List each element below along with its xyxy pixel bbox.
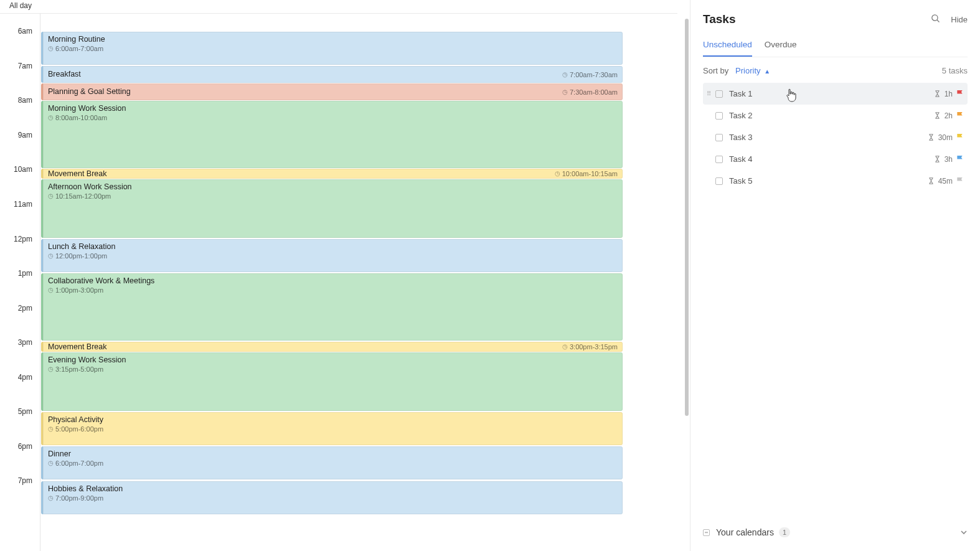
task-checkbox[interactable] xyxy=(715,112,723,120)
event-title: Evening Work Session xyxy=(48,355,618,365)
event-time: 5:00pm-6:00pm xyxy=(48,425,618,433)
calendar-event-hobbies[interactable]: Hobbies & Relaxation 7:00pm-9:00pm xyxy=(41,481,623,514)
time-tick: 4pm xyxy=(0,373,40,382)
all-day-row[interactable]: All day xyxy=(0,0,677,14)
calendar-event-dinner[interactable]: Dinner 6:00pm-7:00pm xyxy=(41,446,623,479)
priority-flag-icon xyxy=(956,155,964,163)
caret-up-icon: ▲ xyxy=(764,68,770,75)
time-tick: 2pm xyxy=(0,304,40,313)
task-duration: 30m xyxy=(938,133,953,142)
event-time: 7:30am-8:00am xyxy=(562,88,618,97)
time-tick: 12pm xyxy=(0,235,40,243)
task-name: Task 5 xyxy=(729,176,928,186)
calendar-event-movement-break-pm[interactable]: Movement Break 3:00pm-3:15pm xyxy=(41,342,623,352)
time-tick: 1pm xyxy=(0,269,40,278)
event-title: Movement Break xyxy=(48,170,106,178)
task-row[interactable]: ⠿ Task 5 45m xyxy=(703,170,968,192)
task-count: 5 tasks xyxy=(942,66,968,75)
task-checkbox[interactable] xyxy=(715,156,723,163)
calendar-event-morning-work[interactable]: Morning Work Session 8:00am-10:00am xyxy=(41,101,623,168)
task-checkbox[interactable] xyxy=(715,177,723,185)
calendar-group-count: 1 xyxy=(779,527,790,537)
time-tick: 6pm xyxy=(0,442,40,451)
event-time: 6:00pm-7:00pm xyxy=(48,459,618,468)
drag-handle-icon[interactable]: ⠿ xyxy=(707,90,713,97)
hourglass-icon xyxy=(934,112,941,119)
tab-overdue[interactable]: Overdue xyxy=(765,40,797,57)
event-time: 12:00pm-1:00pm xyxy=(48,252,618,260)
calendar-event-movement-break-am[interactable]: Movement Break 10:00am-10:15am xyxy=(41,169,623,179)
calendar-event-morning-routine[interactable]: Morning Routine 6:00am-7:00am xyxy=(41,32,623,65)
event-title: Morning Routine xyxy=(48,34,618,44)
event-title: Dinner xyxy=(48,449,618,459)
event-title: Hobbies & Relaxation xyxy=(48,484,618,494)
tasks-tabs: Unscheduled Overdue xyxy=(703,40,968,57)
sort-field: Priority xyxy=(735,66,760,75)
event-time: 10:00am-10:15am xyxy=(555,169,618,178)
time-tick: 5pm xyxy=(0,407,40,416)
time-tick: 3pm xyxy=(0,338,40,347)
calendar-day-view[interactable]: All day 6am 7am 8am 9am 10am 11am 12pm 1… xyxy=(0,0,690,551)
task-checkbox[interactable] xyxy=(715,90,723,98)
priority-flag-icon xyxy=(956,177,964,185)
search-icon[interactable] xyxy=(930,13,941,26)
priority-flag-icon xyxy=(956,111,964,120)
task-row[interactable]: ⠿ Task 3 30m xyxy=(703,126,968,148)
time-tick: 9am xyxy=(0,131,40,139)
hide-button[interactable]: Hide xyxy=(951,15,968,24)
task-list: ⠿ Task 1 1h ⠿ Task 2 2h xyxy=(703,83,968,192)
sort-control[interactable]: Sort by Priority ▲ xyxy=(703,66,770,75)
calendar-event-breakfast[interactable]: Breakfast 7:00am-7:30am xyxy=(41,66,623,83)
event-time: 1:00pm-3:00pm xyxy=(48,286,618,294)
event-title: Planning & Goal Setting xyxy=(48,88,131,96)
hourglass-icon xyxy=(934,90,941,97)
sort-label: Sort by xyxy=(703,66,728,75)
task-duration: 3h xyxy=(945,155,953,164)
calendar-event-collab-work[interactable]: Collaborative Work & Meetings 1:00pm-3:0… xyxy=(41,273,623,341)
tasks-title: Tasks xyxy=(703,12,735,26)
time-tick: 8am xyxy=(0,96,40,105)
task-name: Task 4 xyxy=(729,154,934,164)
priority-flag-icon xyxy=(956,133,964,141)
calendar-event-lunch[interactable]: Lunch & Relaxation 12:00pm-1:00pm xyxy=(41,239,623,272)
tab-unscheduled[interactable]: Unscheduled xyxy=(703,40,752,57)
time-tick: 11am xyxy=(0,200,40,209)
event-title: Breakfast xyxy=(48,70,81,78)
hourglass-icon xyxy=(928,134,935,141)
event-time: 10:15am-12:00pm xyxy=(48,192,618,200)
event-time: 8:00am-10:00am xyxy=(48,113,618,122)
calendar-event-afternoon-work[interactable]: Afternoon Work Session 10:15am-12:00pm xyxy=(41,179,623,238)
hourglass-icon xyxy=(928,177,935,184)
svg-point-0 xyxy=(932,15,938,21)
event-time: 3:00pm-3:15pm xyxy=(562,342,618,351)
task-row[interactable]: ⠿ Task 2 2h xyxy=(703,105,968,126)
task-name: Task 3 xyxy=(729,133,928,142)
scrollbar-thumb[interactable] xyxy=(685,19,689,416)
calendar-event-evening-work[interactable]: Evening Work Session 3:15pm-5:00pm xyxy=(41,352,623,411)
calendar-event-physical-activity[interactable]: Physical Activity 5:00pm-6:00pm xyxy=(41,412,623,445)
task-name: Task 1 xyxy=(729,89,934,98)
event-time: 7:00pm-9:00pm xyxy=(48,494,618,502)
calendar-event-planning[interactable]: Planning & Goal Setting 7:30am-8:00am xyxy=(41,83,623,100)
task-name: Task 2 xyxy=(729,111,934,120)
time-tick: 7am xyxy=(0,62,40,70)
event-time: 7:00am-7:30am xyxy=(562,70,618,79)
calendar-group-label: Your calendars xyxy=(716,527,774,537)
task-row[interactable]: ⠿ Task 4 3h xyxy=(703,148,968,170)
time-gutter-line xyxy=(40,14,40,551)
calendar-group-toggle[interactable]: Your calendars 1 xyxy=(703,527,968,537)
event-time: 3:15pm-5:00pm xyxy=(48,365,618,374)
task-duration: 2h xyxy=(945,111,953,120)
time-tick: 7pm xyxy=(0,476,40,485)
time-axis: 6am 7am 8am 9am 10am 11am 12pm 1pm 2pm 3… xyxy=(0,0,40,551)
time-tick: 6am xyxy=(0,27,40,35)
event-title: Collaborative Work & Meetings xyxy=(48,276,618,286)
chevron-down-icon xyxy=(960,529,968,536)
task-checkbox[interactable] xyxy=(715,134,723,141)
task-row[interactable]: ⠿ Task 1 1h xyxy=(703,83,968,105)
priority-flag-icon xyxy=(956,90,964,98)
task-duration: 45m xyxy=(938,177,953,186)
event-title: Afternoon Work Session xyxy=(48,182,618,192)
event-time: 6:00am-7:00am xyxy=(48,44,618,53)
time-tick: 10am xyxy=(0,165,40,174)
